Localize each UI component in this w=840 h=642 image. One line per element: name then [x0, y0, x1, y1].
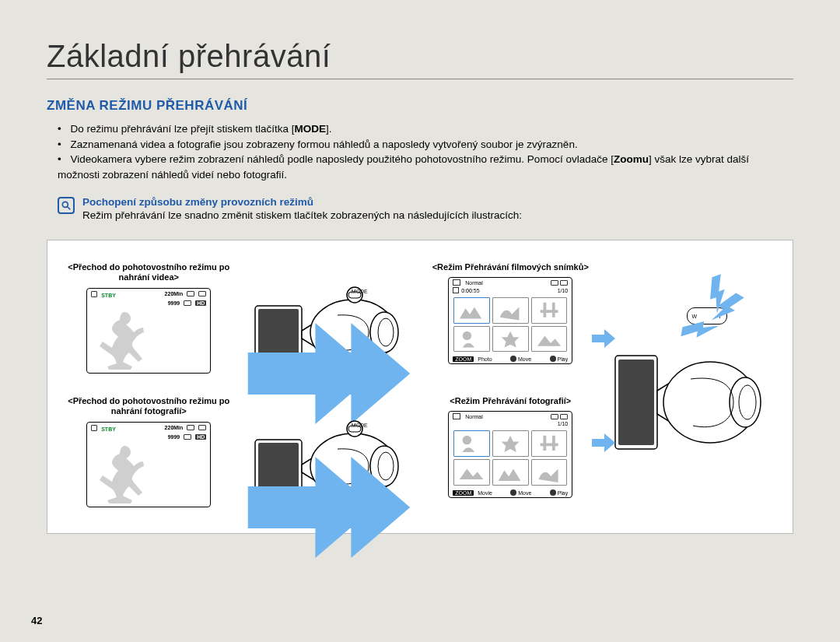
nav-button-icon: [510, 356, 516, 362]
thumbnail: [531, 326, 568, 353]
size-icon: [184, 300, 191, 306]
thumbnail: [492, 430, 529, 457]
standby-video-block: <Přechod do pohotovostního režimu po nah…: [66, 262, 232, 373]
camcorder-mode-top: MODE: [247, 276, 413, 377]
thumbnail: [531, 297, 568, 324]
camcorder-mode-bottom: MODE: [247, 410, 413, 511]
mode-button-label: MODE: [352, 289, 368, 294]
thumbnail: [453, 326, 490, 353]
clock-icon: [453, 287, 459, 293]
camcorder-zoom: WT: [609, 270, 772, 503]
lcd-thumb-video: Normal 0:00:55 1/10 ZOOMPhoto: [448, 277, 572, 364]
card-icon: [187, 291, 194, 296]
card-icon: [551, 280, 558, 286]
tip-row: Pochopení způsobu změny provozních režim…: [58, 196, 793, 221]
svg-rect-11: [618, 360, 654, 445]
nav-button-icon: [510, 489, 516, 496]
play-photo-block: <Režim Přehrávání fotografií> Normal 1/1…: [428, 396, 593, 498]
ok-button-icon: [550, 356, 556, 362]
memory-icon: [91, 425, 97, 431]
lcd-thumb-photo: Normal 1/10 ZOOMMovie Move: [448, 411, 572, 498]
thumbnail: [492, 326, 529, 353]
photo-icon: [453, 413, 460, 419]
svg-point-9: [463, 331, 471, 339]
thumbnail: [453, 459, 490, 486]
tip-heading: Pochopení způsobu změny provozních režim…: [82, 196, 522, 208]
mode-button-label: MODE: [352, 423, 368, 428]
svg-point-22: [463, 436, 472, 445]
svg-point-14: [739, 385, 756, 419]
size-icon: [184, 434, 191, 440]
tip-text: Režim přehrávání lze snadno změnit stisk…: [82, 209, 522, 221]
skater-silhouette-icon: [95, 307, 157, 370]
standby-photo-block: <Přechod do pohotovostního režimu po nah…: [66, 396, 232, 507]
arrow-right-icon: [269, 323, 425, 424]
arrow-right-icon: [269, 457, 425, 558]
list-item: Zaznamenaná videa a fotografie jsou zobr…: [58, 137, 793, 153]
svg-point-0: [62, 202, 68, 208]
battery-icon: [560, 280, 568, 286]
battery-icon: [560, 414, 568, 419]
thumbnail: [531, 430, 568, 457]
arrow-right-icon: [592, 329, 615, 348]
thumbnail-selected: [453, 297, 490, 324]
battery-icon: [198, 291, 206, 296]
list-item: Videokamera vybere režim zobrazení náhle…: [58, 152, 793, 182]
arrow-right-icon: [592, 433, 615, 452]
card-icon: [187, 425, 194, 430]
svg-line-1: [68, 207, 71, 210]
mode-diagram: <Přechod do pohotovostního režimu po nah…: [47, 240, 793, 534]
lcd-standby-video: STBY 220Min 9999 HD: [86, 288, 211, 374]
ok-button-icon: [550, 489, 556, 496]
lcd-standby-photo: STBY 220Min 9999 HD: [86, 422, 211, 507]
thumbnail: [531, 459, 568, 486]
page-number: 42: [31, 615, 42, 626]
section-heading: ZMĚNA REŽIMU PŘEHRÁVÁNÍ: [47, 98, 793, 114]
skater-silhouette-icon: [95, 441, 157, 503]
thumbnail-selected: [453, 430, 490, 457]
battery-icon: [198, 425, 206, 430]
manual-page: Základní přehrávání ZMĚNA REŽIMU PŘEHRÁV…: [0, 0, 840, 549]
play-video-block: <Režim Přehrávání filmových snímků> Norm…: [428, 262, 593, 364]
memory-icon: [91, 291, 97, 297]
magnifier-icon: [58, 197, 75, 214]
film-icon: [453, 279, 460, 286]
bullet-list: Do režimu přehrávání lze přejít stiskem …: [58, 121, 793, 182]
card-icon: [551, 414, 558, 419]
thumbnail: [492, 297, 529, 324]
list-item: Do režimu přehrávání lze přejít stiskem …: [58, 121, 793, 137]
page-title: Základní přehrávání: [47, 39, 793, 79]
thumbnail: [492, 459, 529, 486]
